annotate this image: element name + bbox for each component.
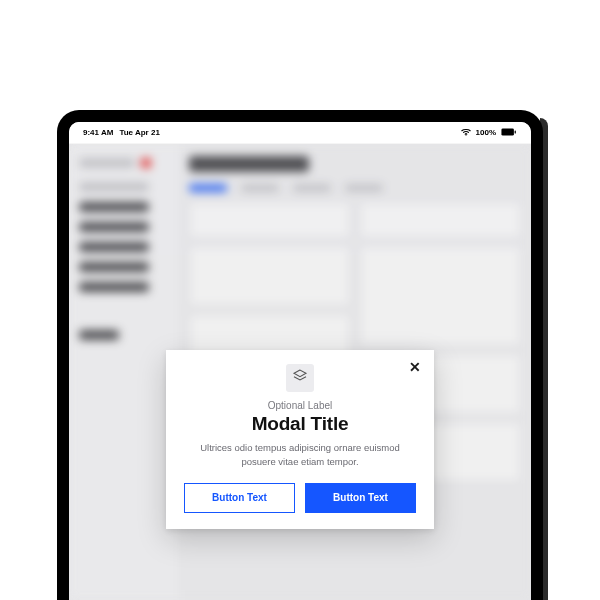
battery-icon <box>501 128 517 138</box>
status-time: 9:41 AM <box>83 128 113 137</box>
svg-rect-2 <box>515 130 516 133</box>
svg-point-0 <box>465 134 466 135</box>
layers-icon <box>292 368 308 388</box>
close-icon: ✕ <box>409 360 421 374</box>
status-bar: 9:41 AM Tue Apr 21 100% <box>69 122 531 144</box>
screen: 9:41 AM Tue Apr 21 100% <box>69 122 531 600</box>
modal-label: Optional Label <box>184 400 416 411</box>
svg-rect-1 <box>501 128 513 135</box>
modal-button-row: Button Text Button Text <box>184 483 416 513</box>
close-button[interactable]: ✕ <box>408 360 422 374</box>
primary-button[interactable]: Button Text <box>305 483 416 513</box>
modal-icon-wrap <box>286 364 314 392</box>
tablet-frame: 9:41 AM Tue Apr 21 100% <box>57 110 543 600</box>
svg-marker-3 <box>294 370 306 377</box>
modal-title: Modal Title <box>184 413 416 435</box>
modal-dialog: ✕ Optional Label Modal Title Ultrices od… <box>166 350 434 529</box>
wifi-icon <box>461 128 471 138</box>
secondary-button[interactable]: Button Text <box>184 483 295 513</box>
battery-text: 100% <box>476 128 496 137</box>
status-date: Tue Apr 21 <box>119 128 159 137</box>
modal-body-text: Ultrices odio tempus adipiscing ornare e… <box>184 441 416 469</box>
